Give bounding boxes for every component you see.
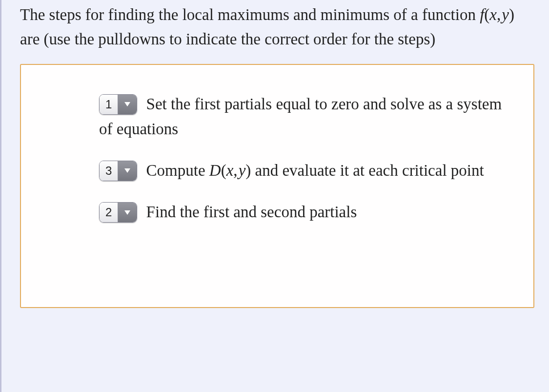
chevron-down-icon [118, 203, 137, 222]
answer-box: 1 Set the first partials equal to zero a… [20, 64, 534, 308]
svg-marker-2 [124, 210, 130, 215]
chevron-down-icon [118, 95, 137, 114]
chevron-down-icon [118, 161, 137, 181]
step-text: 2 Find the first and second partials [99, 200, 504, 225]
dropdown-value: 2 [100, 203, 118, 222]
dropdown-value: 1 [100, 95, 118, 114]
svg-marker-0 [124, 102, 130, 106]
order-dropdown[interactable]: 2 [99, 202, 137, 223]
step-label: Find the first and second partials [142, 203, 357, 221]
dropdown-value: 3 [100, 161, 118, 181]
step-text: 1 Set the first partials equal to zero a… [99, 92, 504, 142]
step-label: Set the first partials equal to zero and… [99, 95, 502, 138]
step-label: Compute D(x, y) and evaluate it at each … [142, 162, 484, 179]
step-text: 3 Compute D(x, y) and evaluate it at eac… [99, 158, 504, 183]
step-row: 3 Compute D(x, y) and evaluate it at eac… [99, 158, 504, 183]
question-page: The steps for finding the local maximums… [0, 0, 549, 392]
question-prompt: The steps for finding the local maximums… [20, 3, 534, 51]
svg-marker-1 [124, 168, 130, 173]
order-dropdown[interactable]: 3 [99, 161, 137, 181]
step-row: 1 Set the first partials equal to zero a… [99, 92, 504, 142]
order-dropdown[interactable]: 1 [99, 94, 137, 115]
step-row: 2 Find the first and second partials [99, 200, 504, 225]
